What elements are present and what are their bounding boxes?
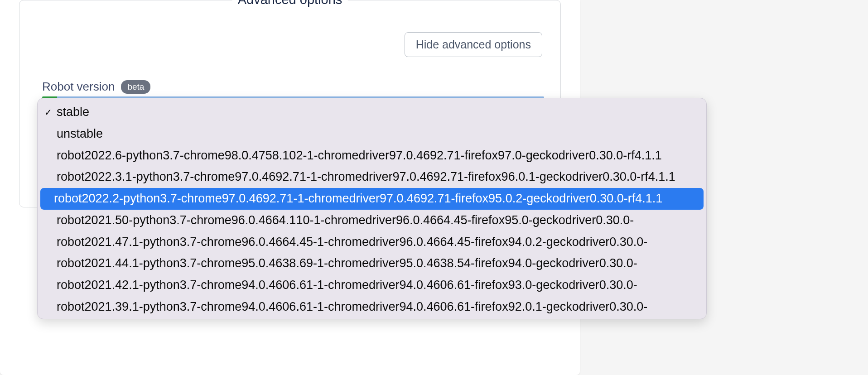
beta-badge: beta	[121, 80, 150, 94]
robot-version-label: Robot version	[42, 80, 115, 94]
dropdown-option[interactable]: robot2021.44.1-python3.7-chrome95.0.4638…	[38, 253, 706, 274]
check-icon: ✓	[44, 108, 52, 117]
dropdown-option-label: robot2022.3.1-python3.7-chrome97.0.4692.…	[57, 169, 675, 185]
dropdown-option[interactable]: ✓stable	[38, 98, 706, 123]
dropdown-option-label: robot2021.44.1-python3.7-chrome95.0.4638…	[57, 256, 637, 271]
robot-version-dropdown[interactable]: ✓stableunstablerobot2022.6-python3.7-chr…	[37, 98, 707, 319]
dropdown-option-label: robot2021.50-python3.7-chrome96.0.4664.1…	[57, 213, 634, 228]
hide-button-row: Hide advanced options	[19, 0, 560, 57]
dropdown-option-label: unstable	[57, 126, 103, 142]
dropdown-option-label: robot2021.42.1-python3.7-chrome94.0.4606…	[57, 278, 637, 293]
dropdown-option[interactable]: robot2021.47.1-python3.7-chrome96.0.4664…	[38, 231, 706, 253]
dropdown-option[interactable]: robot2022.3.1-python3.7-chrome97.0.4692.…	[38, 166, 706, 188]
page-container: Advanced options Hide advanced options R…	[0, 0, 580, 375]
hide-advanced-options-button[interactable]: Hide advanced options	[405, 32, 542, 57]
dropdown-option[interactable]: robot2021.50-python3.7-chrome96.0.4664.1…	[38, 210, 706, 231]
dropdown-option[interactable]: robot2022.2-python3.7-chrome97.0.4692.71…	[40, 188, 704, 210]
dropdown-option[interactable]: robot2021.39.1-python3.7-chrome94.0.4606…	[38, 296, 706, 318]
dropdown-option[interactable]: robot2021.42.1-python3.7-chrome94.0.4606…	[38, 274, 706, 296]
dropdown-option-label: robot2021.47.1-python3.7-chrome96.0.4664…	[57, 235, 647, 250]
fieldset-legend: Advanced options	[232, 0, 348, 7]
dropdown-option-label: robot2022.2-python3.7-chrome97.0.4692.71…	[54, 191, 662, 207]
field-label-row: Robot version beta	[42, 80, 538, 94]
dropdown-option[interactable]: unstable	[38, 123, 706, 145]
dropdown-option-label: robot2022.6-python3.7-chrome98.0.4758.10…	[57, 148, 662, 163]
robot-version-field: Robot version beta	[19, 57, 560, 98]
dropdown-option-label: robot2021.39.1-python3.7-chrome94.0.4606…	[57, 299, 647, 315]
dropdown-option-label: stable	[57, 105, 89, 120]
dropdown-option[interactable]: robot2022.6-python3.7-chrome98.0.4758.10…	[38, 145, 706, 167]
